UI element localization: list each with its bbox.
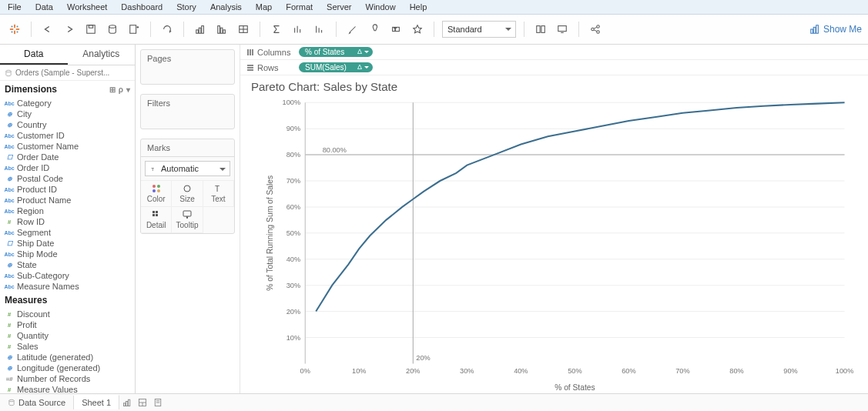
chart-canvas[interactable]: 10%20%30%40%50%60%70%80%90%100%0%10%20%3… — [240, 95, 868, 403]
dimension-state[interactable]: ⊕State — [0, 259, 135, 270]
measure-longitude-(generated)[interactable]: ⊕Longitude (generated) — [0, 363, 135, 373]
svg-rect-17 — [223, 30, 226, 33]
svg-rect-25 — [558, 26, 567, 32]
menu-story[interactable]: Story — [176, 2, 196, 12]
menu-worksheet[interactable]: Worksheet — [67, 2, 107, 12]
sort-asc-button[interactable] — [213, 21, 230, 38]
dimension-city[interactable]: ⊕City — [0, 109, 135, 119]
dimension-customer-name[interactable]: AbcCustomer Name — [0, 141, 135, 152]
datasource-item[interactable]: Orders (Sample - Superst... — [0, 65, 135, 81]
dimension-row-id[interactable]: #Row ID — [0, 216, 135, 227]
measure-sales[interactable]: #Sales — [0, 341, 135, 352]
svg-rect-0 — [14, 25, 15, 28]
dimension-ship-mode[interactable]: AbcShip Mode — [0, 249, 135, 259]
dim-search-icon[interactable]: ρ — [119, 85, 123, 94]
svg-point-26 — [592, 28, 595, 31]
dimension-product-id[interactable]: AbcProduct ID — [0, 184, 135, 195]
menu-server[interactable]: Server — [327, 2, 351, 12]
pin-button[interactable] — [366, 21, 383, 38]
share-button[interactable] — [587, 21, 604, 38]
save-button[interactable] — [82, 21, 99, 38]
svg-text:% of States: % of States — [555, 383, 595, 392]
menu-format[interactable]: Format — [286, 2, 313, 12]
svg-rect-42 — [152, 214, 155, 216]
menu-dashboard[interactable]: Dashboard — [121, 2, 163, 12]
measure-quantity[interactable]: #Quantity — [0, 330, 135, 341]
show-me-button[interactable]: Show Me — [809, 24, 862, 35]
svg-text:80%: 80% — [287, 151, 300, 159]
menu-file[interactable]: File — [8, 2, 22, 12]
measure-discount[interactable]: #Discount — [0, 309, 135, 319]
svg-text:50%: 50% — [568, 367, 581, 375]
swap-button[interactable] — [192, 21, 209, 38]
svg-rect-9 — [89, 25, 92, 28]
marks-color[interactable]: Color — [141, 181, 172, 207]
refresh-button[interactable] — [159, 21, 176, 38]
redo-button[interactable] — [61, 21, 78, 38]
svg-text:T: T — [215, 185, 220, 193]
measure-latitude-(generated)[interactable]: ⊕Latitude (generated) — [0, 352, 135, 363]
svg-rect-29 — [811, 29, 813, 33]
menu-window[interactable]: Window — [366, 2, 396, 12]
marks-tooltip[interactable]: Tooltip — [172, 207, 203, 233]
dimension-order-date[interactable]: ☐Order Date — [0, 152, 135, 162]
menu-map[interactable]: Map — [256, 2, 272, 12]
marks-detail[interactable]: Detail — [141, 207, 172, 233]
dim-view-icon[interactable]: ⊞ — [109, 85, 116, 94]
new-worksheet-button[interactable] — [126, 21, 142, 38]
measure-profit[interactable]: #Profit — [0, 319, 135, 330]
menu-analysis[interactable]: Analysis — [210, 2, 242, 12]
dimension-country[interactable]: ⊕Country — [0, 119, 135, 130]
tab-sheet1[interactable]: Sheet 1 — [74, 395, 119, 409]
rows-shelf[interactable]: Rows SUM(Sales) — [240, 60, 868, 75]
svg-point-10 — [109, 25, 116, 28]
columns-shelf[interactable]: Columns % of States — [240, 45, 868, 60]
new-dashboard-button[interactable] — [135, 398, 150, 407]
dimension-segment[interactable]: AbcSegment — [0, 227, 135, 238]
sort-desc-button[interactable] — [235, 21, 252, 38]
dimension-postal-code[interactable]: ⊕Postal Code — [0, 173, 135, 184]
dimension-product-name[interactable]: AbcProduct Name — [0, 195, 135, 206]
svg-text:50%: 50% — [287, 229, 300, 237]
svg-text:60%: 60% — [622, 367, 635, 375]
tab-data[interactable]: Data — [0, 45, 68, 65]
new-story-button[interactable] — [150, 398, 166, 407]
dimension-region[interactable]: AbcRegion — [0, 206, 135, 216]
dim-menu-icon[interactable]: ▾ — [126, 85, 130, 94]
fit-dropdown[interactable]: Standard — [442, 21, 516, 38]
tab-datasource[interactable]: Data Source — [0, 396, 74, 409]
rows-pill[interactable]: SUM(Sales) — [299, 62, 373, 72]
marks-text[interactable]: TText — [203, 181, 234, 207]
dimension-measure-names[interactable]: AbcMeasure Names — [0, 281, 135, 292]
presentation-button[interactable] — [554, 21, 571, 38]
undo-button[interactable] — [39, 21, 56, 38]
tableau-logo-icon[interactable] — [6, 21, 23, 38]
mark-type-dropdown[interactable]: T Automatic — [145, 161, 230, 176]
new-sheet-button[interactable] — [119, 398, 135, 407]
filters-shelf[interactable]: Filters — [140, 94, 235, 129]
columns-pill[interactable]: % of States — [299, 47, 373, 57]
mark-button[interactable] — [409, 21, 426, 38]
measure-number-of-records[interactable]: =#Number of Records — [0, 373, 135, 384]
totals-button[interactable] — [268, 21, 285, 38]
group-button[interactable] — [290, 21, 307, 38]
label-button[interactable]: T — [387, 21, 404, 38]
menu-data[interactable]: Data — [35, 2, 53, 12]
show-cards-button[interactable] — [532, 21, 549, 38]
new-datasource-button[interactable] — [104, 21, 121, 38]
pages-shelf[interactable]: Pages — [140, 49, 235, 85]
abc-button[interactable] — [311, 21, 328, 38]
menu-help[interactable]: Help — [410, 2, 427, 12]
svg-text:20%: 20% — [416, 354, 430, 362]
chart-title[interactable]: Pareto Chart: Sales by State — [240, 75, 868, 95]
dimension-ship-date[interactable]: ☐Ship Date — [0, 238, 135, 249]
dimension-order-id[interactable]: AbcOrder ID — [0, 162, 135, 173]
highlight-button[interactable] — [344, 21, 361, 38]
tab-analytics[interactable]: Analytics — [68, 45, 136, 65]
svg-rect-13 — [199, 28, 201, 33]
dimension-customer-id[interactable]: AbcCustomer ID — [0, 130, 135, 141]
dimension-sub-category[interactable]: AbcSub-Category — [0, 270, 135, 281]
marks-size[interactable]: Size — [172, 181, 203, 207]
svg-point-34 — [152, 185, 156, 188]
dimension-category[interactable]: AbcCategory — [0, 98, 135, 109]
